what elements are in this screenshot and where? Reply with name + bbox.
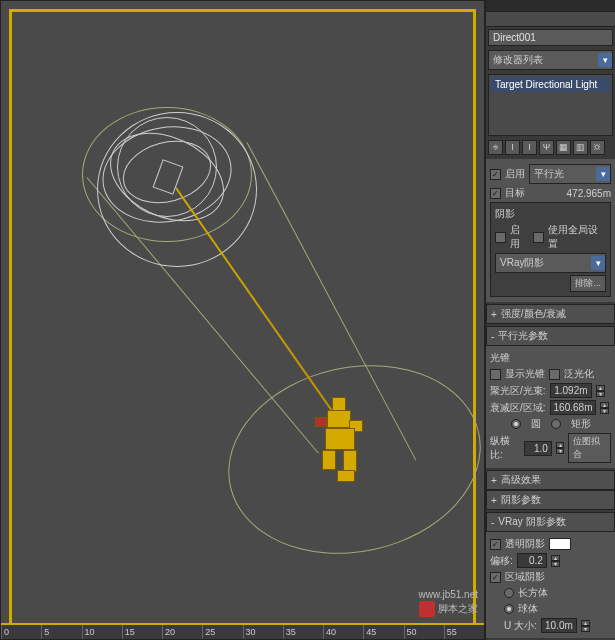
stack-item[interactable]: Target Directional Light [491,77,610,92]
ruler-tick: 25 [202,625,242,639]
rollout-advanced-header[interactable]: +高级效果 [486,470,615,490]
shadows-title: 阴影 [495,207,606,221]
show-end2-button[interactable]: I [522,140,537,155]
modifier-list-label: 修改器列表 [489,51,598,69]
trash-button[interactable]: ▥ [573,140,588,155]
rollout-general: 启用 平行光 ▾ 目标 472.965m 阴影 启用 [486,159,615,302]
rollout-parallel-label: 平行光参数 [498,329,548,343]
ruler-tick: 5 [41,625,81,639]
shape-circle-radio[interactable] [511,419,521,429]
plus-icon: + [491,475,497,486]
targeted-label: 目标 [505,186,525,200]
watermark: www.jb51.net 脚本之家 [417,588,478,617]
ruler-tick: 50 [404,625,444,639]
overshoot-label: 泛光化 [564,367,594,381]
command-panel: Direct001 修改器列表 ▾ Target Directional Lig… [485,0,615,640]
rollout-parallel-header[interactable]: -平行光参数 [486,326,615,346]
sphere-radio[interactable] [504,604,514,614]
exclude-button[interactable]: 排除... [570,275,606,292]
chevron-down-icon: ▾ [596,167,610,181]
aspect-value[interactable]: 1.0 [524,441,552,456]
ruler-tick: 15 [122,625,162,639]
light-type-value: 平行光 [530,165,596,183]
rollout-parallel: -平行光参数 光锥 显示光锥 泛光化 聚光区/光束: 1.092m ▴▾ 衰减区… [486,326,615,468]
time-ruler[interactable]: 0 5 10 15 20 25 30 35 40 45 50 55 [1,623,484,639]
minus-icon: - [491,517,494,528]
ruler-tick: 10 [82,625,122,639]
ruler-tick: 55 [444,625,484,639]
hotspot-label: 聚光区/光束: [490,384,546,398]
u-size-spinner[interactable]: ▴▾ [581,620,590,632]
hotspot-value[interactable]: 1.092m [550,383,592,398]
mesh-object[interactable] [307,392,387,487]
plus-icon: + [491,495,497,506]
ruler-tick: 20 [162,625,202,639]
box-radio[interactable] [504,588,514,598]
aspect-spinner[interactable]: ▴▾ [556,442,564,454]
enable-light-label: 启用 [505,167,525,181]
show-cone-checkbox[interactable] [490,369,501,380]
rollout-vray-header[interactable]: -VRay 阴影参数 [486,512,615,532]
watermark-name: 脚本之家 [438,603,478,614]
remove-modifier-button[interactable]: ▦ [556,140,571,155]
rollout-advanced-label: 高级效果 [501,473,541,487]
shape-rect-label: 矩形 [571,417,591,431]
light-type-dropdown[interactable]: 平行光 ▾ [529,164,611,184]
bias-value[interactable]: 0.2 [517,553,547,568]
enable-light-checkbox[interactable] [490,169,501,180]
rollout-vray-shadow: -VRay 阴影参数 透明阴影 偏移: 0.2 ▴▾ 区域阴影 [486,512,615,638]
box-label: 长方体 [518,586,548,600]
u-size-label: U 大小: [504,619,537,633]
show-end-button[interactable]: I [505,140,520,155]
u-size-value[interactable]: 10.0m [541,618,577,633]
viewport[interactable]: 0 5 10 15 20 25 30 35 40 45 50 55 www.jb… [0,0,485,640]
global-settings-label: 使用全局设置 [548,223,606,251]
pin-stack-button[interactable]: ⎆ [488,140,503,155]
object-name-field[interactable]: Direct001 [488,29,613,46]
shadows-group: 阴影 启用 使用全局设置 VRay阴影 ▾ 排除... [490,202,611,297]
bitmap-fit-button[interactable]: 位图拟合 [568,433,611,463]
scene-3d[interactable] [12,12,473,628]
area-shadow-checkbox[interactable] [490,572,501,583]
rollout-shadow-params-label: 阴影参数 [501,493,541,507]
minus-icon: - [491,331,494,342]
modifier-stack[interactable]: Target Directional Light [488,74,613,136]
bias-spinner[interactable]: ▴▾ [551,555,560,567]
area-shadow-label: 区域阴影 [505,570,545,584]
shape-rect-radio[interactable] [551,419,561,429]
hotspot-spinner[interactable]: ▴▾ [596,385,605,397]
transparent-shadow-checkbox[interactable] [490,539,501,550]
shadow-type-value: VRay阴影 [496,254,591,272]
watermark-url: www.jb51.net [417,588,478,601]
ruler-tick: 30 [243,625,283,639]
shadow-type-dropdown[interactable]: VRay阴影 ▾ [495,253,606,273]
sphere-label: 球体 [518,602,538,616]
make-unique-button[interactable]: Ψ [539,140,554,155]
light-target-line [175,187,337,418]
rollout-vray-label: VRay 阴影参数 [498,515,565,529]
panel-tabs[interactable] [486,12,615,27]
color-swatch[interactable] [549,538,571,550]
targeted-checkbox[interactable] [490,188,501,199]
falloff-spinner[interactable]: ▴▾ [600,402,609,414]
bias-label: 偏移: [490,554,513,568]
ruler-tick: 35 [283,625,323,639]
aspect-label: 纵横比: [490,434,520,462]
global-settings-checkbox[interactable] [533,232,544,243]
viewport-active-border [9,9,476,631]
watermark-logo-icon [419,601,435,617]
ruler-tick: 0 [1,625,41,639]
falloff-value[interactable]: 160.68m [550,400,597,415]
modifier-list-dropdown[interactable]: 修改器列表 ▾ [488,50,613,70]
shadow-enable-label: 启用 [510,223,529,251]
rollout-shadow-params-header[interactable]: +阴影参数 [486,490,615,510]
ruler-tick: 40 [323,625,363,639]
light-cone-group: 光锥 [490,351,611,365]
rollout-intensity-header[interactable]: +强度/颜色/衰减 [486,304,615,324]
chevron-down-icon: ▾ [591,256,605,270]
shadow-enable-checkbox[interactable] [495,232,506,243]
ruler-tick: 45 [363,625,403,639]
configure-button[interactable]: ⛭ [590,140,605,155]
shape-circle-label: 圆 [531,417,541,431]
overshoot-checkbox[interactable] [549,369,560,380]
